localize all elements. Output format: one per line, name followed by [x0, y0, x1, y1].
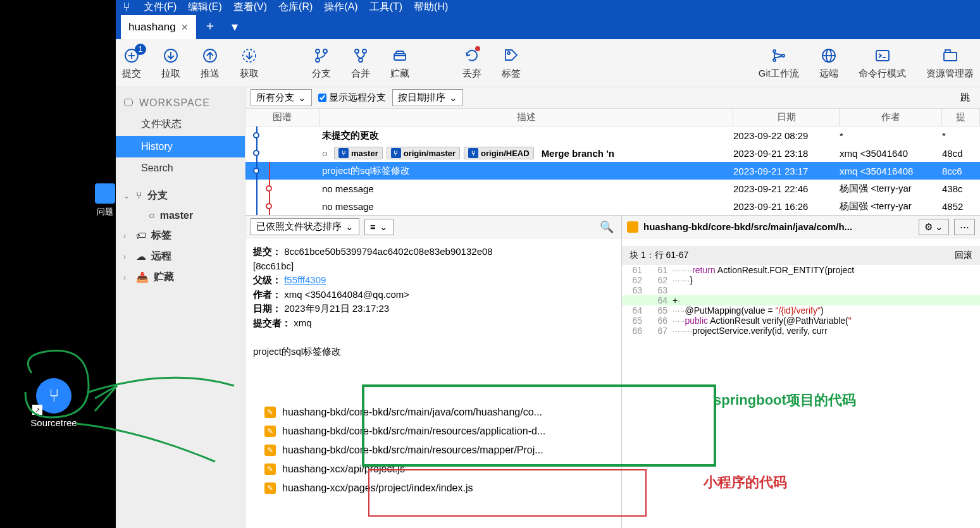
- file-item[interactable]: ✎huashang-xcx/pages/project/index/index.…: [245, 479, 621, 498]
- svg-point-16: [507, 52, 510, 54]
- file-item[interactable]: ✎huashang-bkd/core-bkd/src/main/java/com…: [245, 403, 621, 422]
- search-icon[interactable]: 🔍: [597, 218, 616, 236]
- fetch-icon: [240, 46, 259, 65]
- col-author[interactable]: 作者: [840, 109, 942, 126]
- desktop-icon-sourcetree[interactable]: ⑂↗ Sourcetree: [25, 378, 82, 428]
- commit-button[interactable]: 1 提交: [122, 46, 141, 80]
- col-commit[interactable]: 提: [942, 109, 980, 126]
- discard-button[interactable]: 丢弃: [462, 46, 481, 80]
- svg-point-11: [323, 49, 327, 53]
- branch-icon: ⑂: [136, 190, 142, 202]
- sort-dropdown[interactable]: 按日期排序⌄: [392, 89, 463, 106]
- col-graph[interactable]: 图谱: [245, 109, 319, 126]
- svg-point-12: [355, 49, 359, 53]
- sidebar-item-history[interactable]: History: [116, 136, 245, 157]
- cloud-icon: ☁: [136, 250, 146, 262]
- diff-header: huashang-bkd/core-bkd/src/main/java/com/…: [622, 216, 980, 238]
- file-modified-icon: ✎: [264, 464, 276, 475]
- annotation-miniprogram: 小程序的代码: [704, 473, 787, 492]
- add-tab-button[interactable]: ＋: [196, 12, 224, 39]
- commit-row[interactable]: ○⑂master⑂origin/master⑂origin/HEAD Merge…: [245, 144, 980, 162]
- sidebar-item-filestatus[interactable]: 文件状态: [116, 113, 245, 136]
- terminal-button[interactable]: 命令行模式: [859, 46, 906, 80]
- fetch-button[interactable]: 获取: [240, 46, 259, 80]
- sidebar-branch-master[interactable]: ○ master: [116, 206, 245, 225]
- sidebar-branches[interactable]: ⌄ ⑂ 分支: [116, 185, 245, 206]
- details-toolbar: 已依照文件状态排序⌄ ≡ ⌄ 🔍: [245, 216, 621, 238]
- chevron-right-icon: ›: [123, 252, 131, 261]
- commit-row[interactable]: no message2023-09-21 22:46杨国强 <terry-yar…: [245, 180, 980, 197]
- revert-hunk-button[interactable]: 回滚: [955, 250, 972, 261]
- file-item[interactable]: ✎huashang-bkd/core-bkd/src/main/resource…: [245, 422, 621, 441]
- svg-rect-15: [394, 54, 406, 60]
- svg-point-18: [773, 59, 776, 61]
- diff-file-path: huashang-bkd/core-bkd/src/main/java/com/…: [643, 221, 914, 232]
- menu-view[interactable]: 查看(V): [233, 1, 267, 14]
- chevron-down-icon: ⌄: [123, 192, 131, 200]
- tab-huashang[interactable]: huashang ✕: [121, 15, 196, 39]
- tab-bar: huashang ✕ ＋ ▾: [116, 14, 980, 39]
- show-remote-checkbox[interactable]: 显示远程分支: [318, 92, 386, 104]
- monitor-icon: 🖵: [123, 97, 134, 109]
- commit-row[interactable]: no message2023-09-21 16:26杨国强 <terry-yar…: [245, 197, 980, 215]
- svg-rect-25: [944, 52, 957, 61]
- sidebar-tags[interactable]: › 🏷 标签: [116, 225, 245, 246]
- stash-icon: 📥: [136, 271, 149, 283]
- close-icon[interactable]: ✕: [181, 22, 189, 32]
- branch-filter-dropdown[interactable]: 所有分支⌄: [251, 89, 312, 106]
- file-sort-dropdown[interactable]: 已依照文件状态排序⌄: [251, 218, 359, 235]
- sidebar-item-search[interactable]: Search: [116, 157, 245, 179]
- branch-button[interactable]: 分支: [312, 46, 331, 80]
- tag-icon: [502, 46, 521, 65]
- commit-row[interactable]: project的sql标签修改2023-09-21 23:17xmq <3504…: [245, 162, 980, 180]
- menu-tools[interactable]: 工具(T): [369, 1, 402, 14]
- sidebar-stashes[interactable]: › 📥 贮藏: [116, 267, 245, 288]
- file-item[interactable]: ✎huashang-bkd/core-bkd/src/main/resource…: [245, 441, 621, 460]
- gitflow-button[interactable]: Git工作流: [759, 46, 799, 80]
- push-button[interactable]: 推送: [201, 46, 220, 80]
- menu-repo[interactable]: 仓库(R): [278, 1, 313, 14]
- remote-button[interactable]: 远端: [819, 46, 838, 80]
- sidebar-workspace-header: 🖵 WORKSPACE: [116, 94, 245, 113]
- file-modified-icon: ✎: [264, 482, 276, 494]
- tab-menu-button[interactable]: ▾: [224, 14, 245, 39]
- pull-icon: [161, 46, 180, 65]
- desktop-icon-issue[interactable]: 问题: [94, 183, 116, 247]
- svg-rect-26: [945, 50, 950, 52]
- file-list: ✎huashang-bkd/core-bkd/src/main/java/com…: [245, 365, 621, 528]
- commit-row[interactable]: 未提交的更改2023-09-22 08:29**: [245, 126, 980, 144]
- merge-icon: [351, 46, 370, 65]
- toolbar: 1 提交 拉取 推送 获取 分支 合并 贮藏: [116, 39, 980, 87]
- terminal-icon: [873, 46, 892, 65]
- jump-button[interactable]: 跳: [955, 90, 975, 106]
- svg-point-17: [773, 50, 776, 52]
- remote-icon: [819, 46, 838, 65]
- merge-button[interactable]: 合并: [351, 46, 370, 80]
- col-date[interactable]: 日期: [733, 109, 840, 126]
- menu-help[interactable]: 帮助(H): [414, 1, 448, 14]
- hunk-header: 块 1：行 61-67 回滚: [622, 238, 980, 265]
- pull-button[interactable]: 拉取: [161, 46, 180, 80]
- view-mode-dropdown[interactable]: ≡ ⌄: [364, 219, 394, 235]
- parent-link[interactable]: f55fff4309: [284, 274, 326, 285]
- stash-button[interactable]: 贮藏: [390, 46, 409, 80]
- sidebar-remotes[interactable]: › ☁ 远程: [116, 246, 245, 267]
- commit-table-header: 图谱 描述 日期 作者 提: [245, 109, 980, 126]
- file-item[interactable]: ✎huashang-xcx/api/project.js: [245, 460, 621, 479]
- sourcetree-logo-icon: ⑂↗: [36, 378, 71, 414]
- diff-settings-button[interactable]: ⚙ ⌄: [919, 219, 949, 235]
- svg-point-14: [359, 58, 363, 62]
- chevron-right-icon: ›: [123, 273, 131, 282]
- discard-icon: [462, 46, 481, 65]
- file-modified-icon: ✎: [264, 407, 276, 418]
- col-desc[interactable]: 描述: [319, 109, 733, 126]
- diff-more-button[interactable]: ⋯: [954, 219, 975, 235]
- menu-file[interactable]: 文件(F): [144, 1, 177, 14]
- branch-icon: [312, 46, 331, 65]
- commit-info: 提交： 8cc61bce50b5399794ac6402c08e83eb9013…: [245, 238, 621, 365]
- commit-list[interactable]: 未提交的更改2023-09-22 08:29**○⑂master⑂origin/…: [245, 126, 980, 215]
- menu-action[interactable]: 操作(A): [324, 1, 357, 14]
- filter-bar: 所有分支⌄ 显示远程分支 按日期排序⌄ 跳: [245, 87, 980, 109]
- explorer-button[interactable]: 资源管理器: [926, 46, 974, 80]
- tag-button[interactable]: 标签: [502, 46, 521, 80]
